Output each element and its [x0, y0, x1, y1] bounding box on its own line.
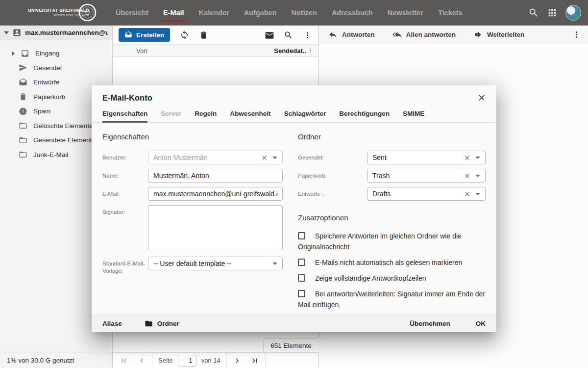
close-icon[interactable]	[477, 93, 487, 103]
reply-all-icon	[392, 30, 402, 39]
email-field-label: E-Mail:	[99, 187, 148, 198]
dialog-tabs: Eigenschaften Server Regeln Abwesenheit …	[92, 105, 496, 123]
chevron-down-icon	[475, 193, 480, 195]
primary-nav: Übersicht E-Mail Kalender Aufgaben Notiz…	[116, 0, 463, 26]
sidebar-item-eingang[interactable]: Eingang	[0, 46, 112, 61]
first-page-icon[interactable]	[120, 356, 128, 365]
apps-grid-icon[interactable]	[547, 7, 558, 18]
clear-icon[interactable]	[261, 154, 268, 161]
account-row[interactable]: max.mustermaennchen@un...	[0, 26, 112, 40]
spam-icon	[19, 107, 27, 116]
section-title-ordner: Ordner	[298, 132, 486, 141]
nav-adressbuch[interactable]: Adressbuch	[332, 0, 373, 26]
page-of-label: von 14	[201, 357, 220, 364]
tab-regeln[interactable]: Regeln	[195, 105, 217, 123]
section-title-eigenschaften: Eigenschaften	[102, 132, 283, 141]
message-action-toolbar: Antworten Allen antworten Weiterleiten	[318, 26, 588, 44]
checkbox[interactable]	[298, 274, 305, 282]
last-page-icon[interactable]	[250, 356, 259, 365]
option-not-mark-read: E-Mails nicht automatisch als gelesen ma…	[298, 257, 486, 268]
tab-berechtigungen[interactable]: Berechtigungen	[339, 105, 390, 123]
checkbox[interactable]	[298, 290, 305, 297]
option-save-replies: Speichere Antworten im gleichen Ordner w…	[298, 231, 486, 252]
quota-status: 1% von 30,0 G genutzt	[0, 352, 112, 368]
dialog-footer: Aliase Ordner Übernehmen OK	[92, 315, 496, 332]
tab-server[interactable]: Server	[161, 105, 181, 123]
sidebar-item-gesendet[interactable]: Gesendet	[0, 61, 112, 76]
drafts-folder-label: Entwürfe :	[294, 187, 367, 198]
reply-icon	[328, 30, 338, 39]
reply-all-button[interactable]: Allen antworten	[392, 30, 456, 39]
email-input[interactable]	[148, 187, 283, 201]
page-label: Seite	[158, 357, 173, 364]
mark-read-envelope-icon[interactable]	[265, 30, 274, 40]
ok-button[interactable]: OK	[476, 320, 486, 327]
more-options-kebab-icon[interactable]	[572, 30, 581, 39]
inbox-icon	[21, 49, 29, 58]
default-template-select[interactable]: -- User default template --	[148, 257, 283, 270]
apply-button[interactable]: Übernehmen	[410, 320, 450, 327]
nav-aufgaben[interactable]: Aufgaben	[244, 0, 277, 26]
nav-kalender[interactable]: Kalender	[199, 0, 229, 26]
nav-newsletter[interactable]: Newsletter	[388, 0, 423, 26]
tab-schlagwoerter[interactable]: Schlagwörter	[284, 105, 326, 123]
trash-folder-label: Papierkorb:	[294, 169, 367, 180]
folders-button[interactable]: Ordner	[145, 319, 179, 328]
search-icon[interactable]	[528, 7, 539, 18]
university-seal-icon	[78, 3, 97, 22]
option-signature-at-end: Bei antworten/weiterleiten: Signatur imm…	[298, 289, 486, 310]
drafts-icon	[19, 78, 27, 87]
pagination-bar: Seite von 14	[113, 352, 318, 368]
chevron-right-icon[interactable]	[12, 51, 15, 56]
nav-notizen[interactable]: Notizen	[292, 0, 317, 26]
dialog-title: E-Mail-Konto	[102, 93, 152, 103]
trash-icon[interactable]	[199, 30, 208, 40]
checkbox[interactable]	[298, 259, 305, 266]
more-options-kebab-icon[interactable]	[303, 30, 312, 40]
user-select[interactable]: Anton Mustermän	[148, 151, 283, 164]
checkbox[interactable]	[298, 232, 305, 239]
chevron-down-icon[interactable]	[4, 31, 9, 34]
name-input[interactable]	[148, 169, 283, 183]
send-icon	[19, 63, 27, 72]
user-avatar[interactable]	[565, 5, 581, 21]
prev-page-icon[interactable]	[137, 356, 146, 365]
reply-button[interactable]: Antworten	[328, 30, 375, 39]
search-icon[interactable]	[284, 30, 293, 40]
nav-email[interactable]: E-Mail	[163, 0, 184, 26]
nav-uebersicht[interactable]: Übersicht	[116, 0, 148, 26]
next-page-icon[interactable]	[233, 356, 242, 365]
clear-icon[interactable]	[464, 154, 471, 161]
nav-tickets[interactable]: Tickets	[438, 0, 463, 26]
tab-smime[interactable]: SMIME	[403, 105, 424, 123]
message-count-badge: 651 Elemente	[263, 338, 318, 352]
chevron-down-icon	[475, 157, 480, 159]
user-field-label: Benutzer:	[99, 151, 148, 161]
tab-eigenschaften[interactable]: Eigenschaften	[102, 105, 147, 123]
option-full-reply-headers: Zeige vollständige Antwortkopfzeilen	[298, 273, 486, 284]
drafts-folder-select[interactable]: Drafts	[367, 187, 486, 201]
tab-abwesenheit[interactable]: Abwesenheit	[230, 105, 270, 123]
clear-icon[interactable]	[464, 172, 471, 180]
page-number-input[interactable]	[178, 355, 196, 367]
sent-folder-label: Gesendet:	[294, 151, 367, 161]
mail-list-toolbar: Erstellen	[113, 26, 318, 44]
folder-icon	[19, 136, 27, 145]
column-header-date[interactable]: Sendedat..	[274, 47, 313, 54]
top-navigation-bar: UNIVERSITÄT GREIFSWALD Wissen lockt. Sei…	[0, 0, 588, 26]
sent-folder-select[interactable]: Sent	[367, 151, 486, 164]
signature-textarea[interactable]	[148, 205, 283, 250]
chevron-down-icon	[272, 157, 277, 159]
name-field-label: Name:	[99, 169, 148, 180]
template-field-label: Standard-E-Mail-Vorlage:	[99, 257, 148, 275]
aliases-button[interactable]: Aliase	[102, 320, 122, 327]
refresh-icon[interactable]	[180, 30, 189, 40]
column-header-from[interactable]: Von	[136, 47, 147, 54]
chevron-down-icon	[475, 175, 480, 177]
forward-button[interactable]: Weiterleiten	[473, 30, 524, 39]
column-sort-kebab-icon[interactable]	[307, 48, 313, 53]
folder-icon	[19, 150, 27, 159]
compose-button[interactable]: Erstellen	[119, 28, 170, 42]
clear-icon[interactable]	[464, 190, 471, 198]
trash-folder-select[interactable]: Trash	[367, 169, 486, 183]
